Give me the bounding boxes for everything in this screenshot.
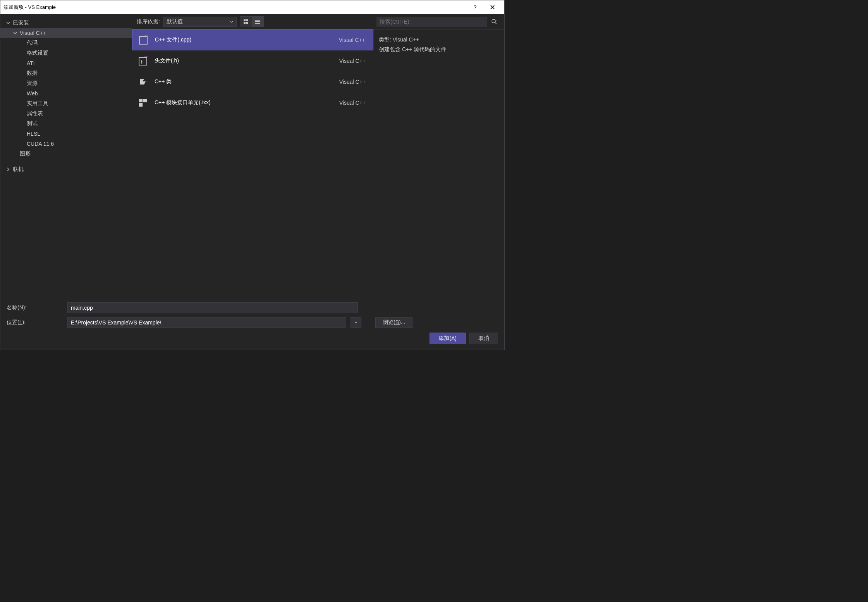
name-label: 名称(N): <box>7 304 63 311</box>
svg-text:h: h <box>141 59 144 65</box>
template-language: Visual C++ <box>339 58 369 64</box>
add-new-item-dialog: 添加新项 - VS Example ? ✕ 已安装 Visual C++ 代码 … <box>0 0 505 350</box>
tree-item-atl[interactable]: ATL <box>0 58 132 68</box>
template-cpp-module[interactable]: C++ 模块接口单元(.ixx) Visual C++ <box>132 92 373 113</box>
svg-text:++: ++ <box>144 34 148 38</box>
template-language: Visual C++ <box>339 100 369 106</box>
header-file-icon: h++ <box>137 55 149 67</box>
cancel-button[interactable]: 取消 <box>469 333 498 344</box>
action-buttons: 添加(A) 取消 <box>7 333 498 344</box>
category-tree: 已安装 Visual C++ 代码 格式设置 ATL 数据 资源 Web 实用工… <box>0 14 132 298</box>
tree-item-web[interactable]: Web <box>0 88 132 98</box>
search-box <box>373 14 504 29</box>
svg-rect-2 <box>244 22 246 24</box>
sort-dropdown[interactable]: 默认值 <box>163 17 237 27</box>
template-label: 头文件(.h) <box>155 57 334 64</box>
template-cpp-file[interactable]: ++ C++ 文件(.cpp) Visual C++ <box>132 29 373 50</box>
chevron-down-icon <box>230 20 233 23</box>
location-label: 位置(L): <box>7 319 63 326</box>
tree-label: 格式设置 <box>27 50 48 57</box>
cpp-file-icon: ++ <box>137 34 150 46</box>
close-button[interactable]: ✕ <box>484 2 501 13</box>
info-type-label: 类型: <box>379 36 391 43</box>
help-button[interactable]: ? <box>466 2 484 13</box>
view-list[interactable] <box>252 17 263 27</box>
template-label: C++ 类 <box>155 78 334 85</box>
view-large-icons[interactable] <box>240 17 252 27</box>
template-list: ++ C++ 文件(.cpp) Visual C++ h++ 头文件(.h) V… <box>132 29 373 298</box>
tree-label: 代码 <box>27 40 38 47</box>
window-title: 添加新项 - VS Example <box>3 4 466 11</box>
main-area: 已安装 Visual C++ 代码 格式设置 ATL 数据 资源 Web 实用工… <box>0 14 504 298</box>
tree-item-data[interactable]: 数据 <box>0 68 132 78</box>
tree-label: 图形 <box>20 150 31 157</box>
tree-visual-cpp[interactable]: Visual C++ <box>0 28 132 38</box>
tree-online[interactable]: 联机 <box>0 164 132 174</box>
template-language: Visual C++ <box>339 79 369 85</box>
svg-text:++: ++ <box>144 55 148 59</box>
svg-point-15 <box>492 19 495 23</box>
add-button[interactable]: 添加(A) <box>430 333 466 344</box>
svg-rect-0 <box>244 19 246 21</box>
template-info: 类型: Visual C++ 创建包含 C++ 源代码的文件 <box>373 29 504 60</box>
svg-rect-5 <box>255 21 260 22</box>
tree-label: Visual C++ <box>20 30 46 36</box>
svg-rect-6 <box>255 23 260 24</box>
tree-item-formatting[interactable]: 格式设置 <box>0 48 132 58</box>
chevron-down-icon <box>5 20 11 26</box>
chevron-down-icon <box>12 30 18 36</box>
location-dropdown[interactable] <box>351 317 361 328</box>
svg-rect-14 <box>139 103 143 107</box>
sort-value: 默认值 <box>167 18 183 25</box>
tree-item-utility[interactable]: 实用工具 <box>0 98 132 109</box>
tree-label: 实用工具 <box>27 100 48 107</box>
titlebar: 添加新项 - VS Example ? ✕ <box>0 0 504 14</box>
toolbar: 排序依据: 默认值 <box>132 14 373 29</box>
template-panel: 排序依据: 默认值 ++ <box>132 14 373 298</box>
search-input[interactable] <box>376 17 487 27</box>
svg-rect-12 <box>139 99 143 102</box>
svg-rect-3 <box>246 22 248 24</box>
search-button[interactable] <box>487 17 501 27</box>
tree-label: ATL <box>27 60 36 66</box>
template-label: C++ 文件(.cpp) <box>155 36 333 43</box>
chevron-right-icon <box>5 166 11 172</box>
svg-rect-4 <box>255 20 260 21</box>
tree-item-cuda[interactable]: CUDA 11.6 <box>0 139 132 149</box>
details-panel: 类型: Visual C++ 创建包含 C++ 源代码的文件 <box>373 14 504 298</box>
svg-rect-7 <box>139 36 147 44</box>
tree-label: HLSL <box>27 131 40 137</box>
info-type-row: 类型: Visual C++ <box>379 35 499 45</box>
tree-label: 已安装 <box>13 19 29 26</box>
location-input[interactable] <box>67 317 346 328</box>
svg-rect-1 <box>246 19 248 21</box>
tree-label: 数据 <box>27 70 38 77</box>
info-type-value: Visual C++ <box>393 36 419 43</box>
tree-label: Web <box>27 90 38 97</box>
class-icon <box>137 76 149 88</box>
tree-item-test[interactable]: 测试 <box>0 119 132 129</box>
tree-label: CUDA 11.6 <box>27 141 54 147</box>
template-header-file[interactable]: h++ 头文件(.h) Visual C++ <box>132 50 373 71</box>
view-toggle <box>240 16 264 27</box>
name-input[interactable] <box>67 302 358 313</box>
template-label: C++ 模块接口单元(.ixx) <box>155 99 334 106</box>
info-description: 创建包含 C++ 源代码的文件 <box>379 45 499 54</box>
tree-installed[interactable]: 已安装 <box>0 18 132 28</box>
module-icon <box>137 97 149 109</box>
bottom-form: 名称(N): 位置(L): 浏览(B)... 添加(A) 取消 <box>0 298 504 350</box>
sort-label: 排序依据: <box>137 18 160 25</box>
tree-item-hlsl[interactable]: HLSL <box>0 129 132 139</box>
template-cpp-class[interactable]: C++ 类 Visual C++ <box>132 71 373 92</box>
location-row: 位置(L): 浏览(B)... <box>7 317 498 328</box>
tree-item-resource[interactable]: 资源 <box>0 78 132 88</box>
tree-label: 联机 <box>13 166 24 173</box>
tree-graphics[interactable]: 图形 <box>0 149 132 159</box>
template-language: Visual C++ <box>339 37 368 43</box>
tree-item-code[interactable]: 代码 <box>0 38 132 48</box>
svg-rect-13 <box>143 99 147 102</box>
browse-button[interactable]: 浏览(B)... <box>375 317 413 328</box>
tree-item-propsheet[interactable]: 属性表 <box>0 109 132 119</box>
tree-label: 资源 <box>27 80 38 87</box>
name-row: 名称(N): <box>7 302 498 313</box>
